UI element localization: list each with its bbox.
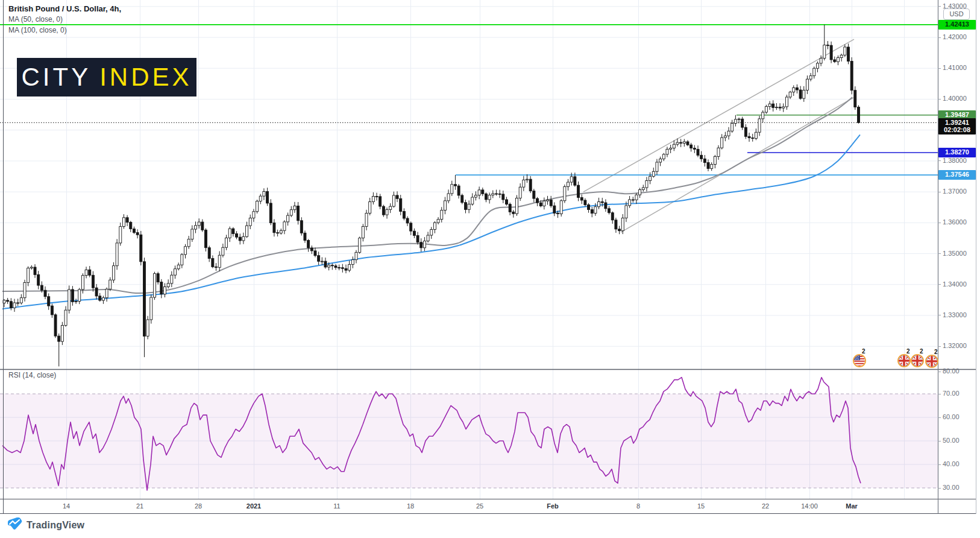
chart-legend: British Pound / U.S. Dollar, 4h, MA (50,… [8,4,121,36]
price-level-label: 1.37546 [938,170,976,180]
tick-mark [938,346,941,347]
time-axis[interactable]: 1421282021111825Feb8152214:00Mar [0,499,938,513]
tick-mark [938,284,941,285]
tick-mark [938,394,941,394]
price-tick-label: 1.33000 [943,311,967,318]
rsi-legend[interactable]: RSI (14, close) [8,371,56,379]
ma50-legend-item[interactable]: MA (50, close, 0) [8,14,121,25]
tradingview-attribution[interactable]: TradingView [7,517,84,533]
event-count-badge: 2 [862,348,865,355]
watermark-index: INDEX [99,63,192,92]
price-tick-label: 1.35000 [943,250,967,257]
tick-mark [938,6,941,7]
economic-event-flag-gb[interactable] [911,354,924,367]
tick-mark [938,253,941,254]
time-axis-label: Feb [547,502,559,510]
tick-mark [938,441,941,441]
time-axis-label: 22 [762,502,769,510]
price-tick-label: 1.43000 [943,2,967,10]
price-axis[interactable]: USD 1.430001.420001.410001.400001.380001… [938,0,976,514]
price-level-label: 1.42413 [938,20,976,30]
rsi-tick-label: 60.00 [943,413,960,420]
time-axis-label: Mar [846,502,858,510]
current-price-label: 1.3924102:02:08 [938,118,976,134]
rsi-tick-label: 80.00 [943,367,960,375]
tick-mark [938,488,941,489]
economic-event-flag-us[interactable] [853,354,866,367]
event-count-badge: 2 [906,348,910,355]
economic-event-flag-gb[interactable] [925,355,938,368]
price-tick-label: 1.40000 [943,95,967,102]
watermark-city: CITY [21,63,91,92]
rsi-band [0,394,938,488]
tick-mark [938,315,941,315]
tick-mark [938,37,941,38]
time-axis-label: 11 [333,502,340,510]
event-count-badge: 2 [934,349,938,355]
rsi-tick-label: 30.00 [943,484,960,491]
tradingview-chart-window: British Pound / U.S. Dollar, 4h, MA (50,… [0,0,980,538]
tick-mark [938,417,941,418]
city-index-watermark: CITYINDEX [17,58,196,97]
time-axis-label: 15 [697,502,705,510]
price-tick-label: 1.38000 [943,157,967,164]
time-axis-label: 8 [636,502,640,510]
tick-mark [938,68,941,69]
tick-mark [938,99,941,100]
ma50-line [2,97,852,293]
price-tick-label: 1.32000 [943,342,967,349]
tick-mark [938,192,941,192]
symbol-title[interactable]: British Pound / U.S. Dollar, 4h, [8,4,121,14]
price-level-label: 1.38270 [938,148,976,157]
time-axis-label: 28 [195,502,202,510]
time-axis-label: 25 [476,502,483,510]
tick-mark [938,160,941,161]
time-axis-label: 14 [63,502,70,510]
economic-event-flag-gb[interactable] [897,354,911,367]
price-tick-label: 1.36000 [943,218,967,226]
tradingview-logo-icon [7,517,22,533]
event-count-badge: 2 [920,348,923,355]
tick-mark [938,464,941,465]
time-axis-label: 21 [136,502,143,510]
time-axis-label: 14:00 [801,502,818,510]
price-tick-label: 1.42000 [943,33,967,40]
tradingview-wordmark: TradingView [27,520,84,531]
tick-mark [938,223,941,223]
price-level-lines[interactable] [0,25,938,175]
rsi-tick-label: 70.00 [943,390,960,397]
tick-mark [938,372,941,372]
rsi-tick-label: 40.00 [943,460,960,467]
time-axis-label: 2021 [247,502,261,510]
ma100-legend-item[interactable]: MA (100, close, 0) [8,25,121,36]
currency-toggle-button[interactable]: USD [943,8,970,20]
price-tick-label: 1.34000 [943,280,967,288]
price-tick-label: 1.37000 [943,188,967,195]
price-tick-label: 1.41000 [943,64,967,71]
time-axis-label: 18 [407,502,414,510]
rsi-tick-label: 50.00 [943,437,960,444]
